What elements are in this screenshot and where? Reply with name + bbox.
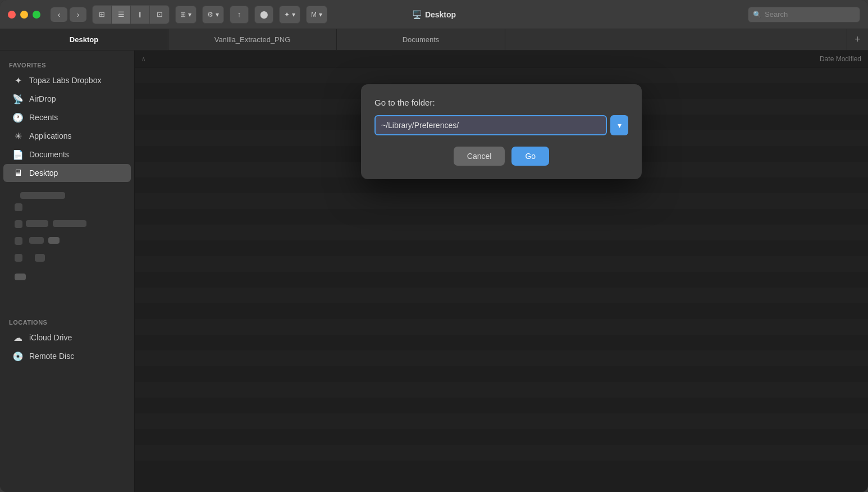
tag-button[interactable]: ⬤ [254,6,273,24]
view-gallery-button[interactable]: ⊡ [150,6,169,24]
window-title-icon: 🖥️ [412,10,422,19]
desktop-sidebar-icon: 🖥 [12,167,24,179]
sidebar: Favorites ✦ Topaz Labs Dropbox 📡 AirDrop… [0,51,135,492]
window-title-text: Desktop [425,10,456,19]
view-icon-button[interactable]: ⊞ [93,6,112,24]
sidebar-item-label: Applications [29,131,72,140]
icloud-icon: ☁ [12,332,24,343]
goto-folder-modal: Go to the folder: ▾ Cancel Go [361,84,642,179]
tabs-bar: Desktop Vanilla_Extracted_PNG Documents … [0,29,868,51]
modal-overlay: Go to the folder: ▾ Cancel Go [135,51,868,492]
minimize-button[interactable] [20,11,28,19]
action-dropdown[interactable]: ⚙ ▾ [202,6,224,24]
sidebar-item-remotedisc[interactable]: 💿 Remote Disc [3,347,131,365]
m-arrow: ▾ [319,11,322,19]
sidebar-item-label: Documents [29,150,69,159]
close-button[interactable] [8,11,16,19]
tab-documents[interactable]: Documents [337,29,505,50]
folder-path-input[interactable] [374,115,607,135]
file-area: ∧ Date Modified [135,51,868,492]
sidebar-item-label: Topaz Labs Dropbox [29,76,101,85]
traffic-lights [8,11,40,19]
sidebar-item-label: iCloud Drive [29,333,72,342]
view-list-button[interactable]: ☰ [112,6,131,24]
m-dropdown[interactable]: M ▾ [306,6,327,24]
window-title: 🖥️ Desktop [412,10,456,19]
view-columns-button[interactable]: ⫿ [131,6,150,24]
tab-vanilla[interactable]: Vanilla_Extracted_PNG [168,29,337,50]
dropbox-icon: ✦ [284,11,290,19]
titlebar: ‹ › ⊞ ☰ ⫿ ⊡ ⊞ ▾ ⚙ ▾ ↑ ⬤ ✦ ▾ M ▾ 🖥️ [0,0,868,29]
search-bar[interactable]: 🔍 [748,7,860,22]
nav-buttons: ‹ › [51,7,86,22]
view-mode-group: ⊞ ☰ ⫿ ⊡ [92,5,170,24]
sidebar-item-recents[interactable]: 🕐 Recents [3,108,131,126]
path-dropdown-button[interactable]: ▾ [610,115,628,135]
group-icon: ⊞ [180,11,186,19]
dropbox-arrow: ▾ [292,11,295,19]
modal-buttons: Cancel Go [374,147,628,166]
search-input[interactable] [765,10,855,19]
sidebar-item-topaz[interactable]: ✦ Topaz Labs Dropbox [3,71,131,89]
sidebar-item-label: Recents [29,113,58,122]
applications-icon: ✳ [12,130,24,142]
finder-window: ‹ › ⊞ ☰ ⫿ ⊡ ⊞ ▾ ⚙ ▾ ↑ ⬤ ✦ ▾ M ▾ 🖥️ [0,0,868,492]
tab-desktop[interactable]: Desktop [0,29,168,50]
go-button[interactable]: Go [511,147,549,166]
m-icon: M [311,11,317,19]
modal-title: Go to the folder: [374,98,628,107]
modal-input-row: ▾ [374,115,628,135]
documents-icon: 📄 [12,149,24,160]
sidebar-item-desktop[interactable]: 🖥 Desktop [3,164,131,182]
dropbox-sidebar-icon: ✦ [12,75,24,86]
action-icon: ⚙ [207,11,213,19]
group-dropdown[interactable]: ⊞ ▾ [175,6,197,24]
cancel-button[interactable]: Cancel [454,147,505,166]
sidebar-item-icloud[interactable]: ☁ iCloud Drive [3,329,131,347]
search-icon: 🔍 [753,11,761,19]
remote-disc-icon: 💿 [12,350,24,362]
sidebar-item-airdrop[interactable]: 📡 AirDrop [3,90,131,108]
sidebar-item-applications[interactable]: ✳ Applications [3,127,131,145]
group-arrow: ▾ [188,11,191,19]
sidebar-item-label: AirDrop [29,94,56,103]
action-arrow: ▾ [216,11,219,19]
maximize-button[interactable] [33,11,40,19]
sidebar-item-label: Remote Disc [29,352,74,361]
main-content: Favorites ✦ Topaz Labs Dropbox 📡 AirDrop… [0,51,868,492]
sidebar-section-favorites: Favorites [0,57,134,71]
sidebar-item-label: Desktop [29,168,58,177]
airdrop-icon: 📡 [12,93,24,104]
recents-icon: 🕐 [12,112,24,123]
sidebar-item-documents[interactable]: 📄 Documents [3,145,131,163]
dropbox-dropdown[interactable]: ✦ ▾ [279,6,300,24]
share-button[interactable]: ↑ [230,6,249,24]
back-button[interactable]: ‹ [51,7,67,22]
sidebar-section-locations: Locations [0,315,134,328]
forward-button[interactable]: › [70,7,86,22]
tab-add-button[interactable]: + [847,29,868,50]
